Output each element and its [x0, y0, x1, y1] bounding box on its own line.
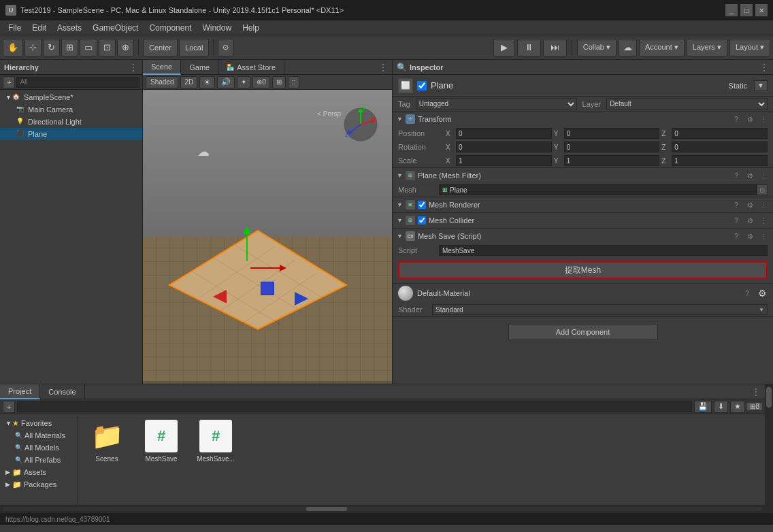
- layout-button[interactable]: Layout ▾: [729, 39, 770, 56]
- transform-component-header[interactable]: ▼ ⊹ Transform ? ⚙ ⋮: [393, 112, 773, 127]
- hierarchy-tab-label[interactable]: Hierarchy: [4, 63, 126, 71]
- center-pivot-button[interactable]: Center: [143, 39, 178, 56]
- object-enabled-checkbox[interactable]: [417, 81, 427, 90]
- menu-component[interactable]: Component: [144, 22, 197, 34]
- scene-toolbar-more[interactable]: ⊞: [272, 76, 286, 88]
- project-star-btn[interactable]: ★: [730, 401, 745, 413]
- local-global-button[interactable]: Local: [179, 39, 209, 56]
- material-help-btn[interactable]: ?: [742, 288, 753, 299]
- mesh-save-menu-btn[interactable]: ⋮: [758, 231, 769, 242]
- layer-dropdown[interactable]: Default: [606, 98, 768, 110]
- rotation-x-input[interactable]: [456, 142, 552, 152]
- rotate-tool-button[interactable]: ↻: [43, 39, 60, 56]
- mesh-save-help-btn[interactable]: ?: [731, 231, 742, 242]
- mesh-collider-header[interactable]: ▼ ⊞ Mesh Collider ? ⚙ ⋮: [393, 213, 773, 228]
- scene-resize-handle[interactable]: [143, 381, 392, 384]
- project-add-button[interactable]: +: [3, 401, 15, 413]
- move-tool-button[interactable]: ⊹: [24, 39, 42, 56]
- mesh-renderer-menu-btn[interactable]: ⋮: [758, 199, 769, 210]
- 2d-mode-button[interactable]: 2D: [180, 76, 197, 88]
- hand-tool-button[interactable]: ✋: [3, 39, 23, 56]
- transform-tool-button[interactable]: ⊡: [99, 39, 116, 56]
- scale-tool-button[interactable]: ⊞: [61, 39, 78, 56]
- file-item-scenes[interactable]: 📁 Scenes: [84, 420, 130, 463]
- project-import-btn[interactable]: ⬇: [714, 401, 728, 413]
- asset-store-tab[interactable]: 🏪 Asset Store: [218, 60, 284, 75]
- mesh-renderer-help-btn[interactable]: ?: [731, 199, 742, 210]
- position-y-input[interactable]: [564, 128, 660, 139]
- transform-settings-btn[interactable]: ⚙: [744, 114, 755, 124]
- mesh-collider-menu-btn[interactable]: ⋮: [758, 215, 769, 226]
- project-search-input[interactable]: [17, 401, 692, 412]
- mesh-renderer-checkbox[interactable]: [418, 201, 426, 209]
- project-sidebar-assets[interactable]: ▶ 📁 Assets: [0, 466, 78, 478]
- mesh-save-settings-btn[interactable]: ⚙: [744, 231, 755, 242]
- file-item-meshsave2[interactable]: # MeshSave...: [193, 420, 239, 463]
- mesh-pick-button[interactable]: ⊙: [757, 184, 768, 195]
- custom-tool-button[interactable]: ⊕: [117, 39, 134, 56]
- project-tab[interactable]: Project: [0, 384, 40, 399]
- pause-button[interactable]: ⏸: [517, 39, 541, 56]
- rect-tool-button[interactable]: ▭: [80, 39, 97, 56]
- hierarchy-item-samplescene[interactable]: ▼ 🏠 SampleScene*: [0, 91, 142, 103]
- mesh-collider-help-btn[interactable]: ?: [731, 215, 742, 226]
- scene-view[interactable]: Y X Z < Persp ☁: [143, 90, 392, 384]
- hierarchy-item-plane[interactable]: ⬛ Plane: [0, 128, 142, 140]
- inspector-options-icon[interactable]: ⋮: [759, 62, 769, 73]
- scene-panel-options[interactable]: ⋮: [374, 62, 392, 73]
- hierarchy-item-directionallight[interactable]: 💡 Directional Light: [0, 116, 142, 128]
- hierarchy-options-icon[interactable]: ⋮: [129, 62, 138, 73]
- menu-edit[interactable]: Edit: [27, 22, 52, 34]
- menu-gameobject[interactable]: GameObject: [87, 22, 144, 34]
- project-sidebar-packages[interactable]: ▶ 📁 Packages: [0, 478, 78, 491]
- material-settings-btn[interactable]: ⚙: [757, 288, 768, 299]
- step-button[interactable]: ⏭: [543, 39, 567, 56]
- mesh-filter-header[interactable]: ▼ ⊞ Plane (Mesh Filter) ? ⚙ ⋮: [393, 168, 773, 183]
- mesh-filter-menu-btn[interactable]: ⋮: [758, 170, 769, 181]
- shading-mode-button[interactable]: Shaded: [146, 76, 178, 88]
- scene-toolbar-grid[interactable]: ::: [288, 76, 300, 88]
- lighting-button[interactable]: ☀: [199, 76, 215, 88]
- effects-button[interactable]: ✦: [237, 76, 250, 88]
- close-button[interactable]: ✕: [755, 4, 768, 16]
- project-sidebar-all-materials[interactable]: 🔍 All Materials: [0, 429, 78, 442]
- project-sidebar-favorites[interactable]: ▼ ★ Favorites: [0, 417, 78, 429]
- menu-window[interactable]: Window: [197, 22, 237, 34]
- static-dropdown-button[interactable]: ▼: [754, 80, 768, 91]
- menu-help[interactable]: Help: [237, 22, 265, 34]
- mesh-filter-settings-btn[interactable]: ⚙: [744, 170, 755, 181]
- mesh-renderer-header[interactable]: ▼ ⊞ Mesh Renderer ? ⚙ ⋮: [393, 197, 773, 212]
- animation-button[interactable]: ⊙: [218, 39, 233, 56]
- console-tab[interactable]: Console: [40, 384, 84, 399]
- project-sidebar-all-models[interactable]: 🔍 All Models: [0, 442, 78, 454]
- scrollbar-thumb[interactable]: [306, 507, 347, 511]
- play-button[interactable]: ▶: [493, 39, 515, 56]
- scale-y-input[interactable]: [564, 155, 660, 166]
- mesh-collider-checkbox[interactable]: [418, 216, 426, 225]
- scene-tab[interactable]: Scene: [143, 60, 181, 75]
- file-item-meshsave[interactable]: # MeshSave: [138, 420, 184, 463]
- rotation-z-input[interactable]: [672, 142, 768, 152]
- game-tab[interactable]: Game: [181, 60, 218, 75]
- layers-button[interactable]: Layers ▾: [687, 39, 727, 56]
- gizmos-button[interactable]: ⊕0: [252, 76, 270, 88]
- project-save-btn[interactable]: 💾: [694, 401, 712, 413]
- cloud-button[interactable]: ☁: [619, 39, 637, 56]
- project-sidebar-all-prefabs[interactable]: 🔍 All Prefabs: [0, 454, 78, 466]
- menu-assets[interactable]: Assets: [52, 22, 87, 34]
- transform-menu-btn[interactable]: ⋮: [758, 114, 769, 124]
- add-component-button[interactable]: Add Component: [508, 324, 658, 340]
- scale-z-input[interactable]: [672, 155, 768, 166]
- tag-dropdown[interactable]: Untagged: [416, 98, 577, 110]
- mesh-collider-settings-btn[interactable]: ⚙: [744, 215, 755, 226]
- project-bottom-scrollbar[interactable]: [0, 505, 765, 513]
- mesh-renderer-settings-btn[interactable]: ⚙: [744, 199, 755, 210]
- mesh-save-header[interactable]: ▼ C# Mesh Save (Script) ? ⚙ ⋮: [393, 229, 773, 244]
- hierarchy-add-button[interactable]: +: [3, 76, 15, 88]
- position-z-input[interactable]: [672, 128, 768, 139]
- position-x-input[interactable]: [456, 128, 552, 139]
- hierarchy-item-maincamera[interactable]: 📷 Main Camera: [0, 103, 142, 116]
- inspector-tab-label[interactable]: Inspector: [410, 63, 759, 71]
- scale-x-input[interactable]: [456, 155, 552, 166]
- rotation-y-input[interactable]: [564, 142, 660, 152]
